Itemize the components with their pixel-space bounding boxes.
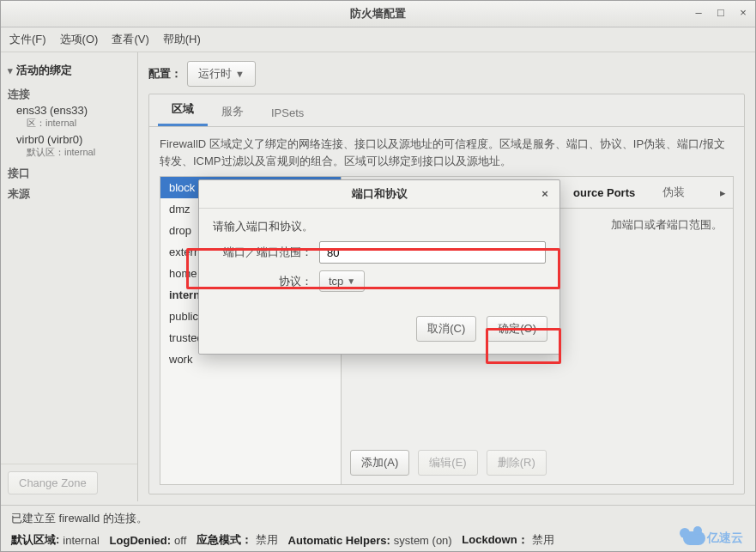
config-row: 配置： 运行时 ▼	[148, 61, 745, 87]
change-zone-button[interactable]: Change Zone	[8, 471, 98, 494]
menu-options[interactable]: 选项(O)	[60, 32, 99, 47]
annotation-ok-highlight	[486, 328, 561, 364]
section-connections: 连接	[6, 82, 132, 102]
tab-zones[interactable]: 区域	[158, 94, 208, 126]
minimize-icon[interactable]: –	[692, 5, 705, 19]
watermark-text: 亿速云	[707, 531, 743, 546]
conn-zone: 默认区：internal	[16, 146, 132, 159]
menubar: 文件(F) 选项(O) 查看(V) 帮助(H)	[1, 27, 755, 52]
chevron-down-icon: ▼	[235, 69, 245, 79]
status-line1: 已建立至 firewalld 的连接。	[11, 511, 745, 526]
dialog-hint: 请输入端口和协议。	[213, 219, 546, 234]
conn-zone: 区：internal	[16, 117, 132, 130]
dialog-close-icon[interactable]: ×	[537, 185, 553, 201]
sidebar-bottom: Change Zone	[1, 464, 137, 501]
menu-help[interactable]: 帮助(H)	[163, 32, 201, 47]
status-logdenied-label: LogDenied:	[110, 534, 172, 547]
status-line2: 默认区域: internal LogDenied: off 应急模式： 禁用 A…	[11, 532, 745, 548]
detail-tab-masq[interactable]: 伪装	[649, 185, 699, 200]
sidebar-item-virbr0[interactable]: virbr0 (virbr0) 默认区：internal	[6, 131, 132, 161]
status-panic-label: 应急模式：	[197, 532, 252, 548]
sidebar: ▾ 活动的绑定 连接 ens33 (ens33) 区：internal virb…	[1, 52, 138, 501]
sidebar-top: ▾ 活动的绑定 连接 ens33 (ens33) 区：internal virb…	[1, 52, 137, 464]
section-interfaces: 接口	[6, 161, 132, 181]
status-autohelpers-value: system (on)	[394, 534, 452, 547]
menu-view[interactable]: 查看(V)	[112, 32, 148, 47]
section-sources: 来源	[6, 181, 132, 202]
cancel-button[interactable]: 取消(C)	[416, 316, 476, 342]
dialog-titlebar: 端口和协议 ×	[199, 180, 559, 209]
firewall-config-window: 防火墙配置 – □ × 文件(F) 选项(O) 查看(V) 帮助(H) ▾ 活动…	[0, 0, 756, 552]
zone-description: FirewallD 区域定义了绑定的网络连接、接口以及源地址的可信程度。区域是服…	[160, 136, 734, 169]
status-lockdown-label: Lockdown：	[462, 532, 528, 548]
status-bar: 已建立至 firewalld 的连接。 默认区域: internal LogDe…	[1, 505, 755, 551]
close-icon[interactable]: ×	[736, 5, 750, 19]
window-title: 防火墙配置	[350, 6, 406, 21]
tab-row: 区域 服务 IPSets	[149, 94, 744, 127]
status-panic-value: 禁用	[256, 532, 278, 548]
tab-services[interactable]: 服务	[208, 97, 257, 126]
conn-name: ens33 (ens33)	[16, 104, 132, 117]
watermark-logo: 亿速云	[683, 531, 743, 546]
status-autohelpers-label: Automatic Helpers:	[288, 534, 390, 547]
config-value: 运行时	[198, 66, 232, 82]
status-defaultzone-value: internal	[63, 534, 100, 547]
edit-button[interactable]: 编辑(E)	[418, 450, 477, 476]
cloud-icon	[683, 531, 705, 545]
detail-tabs-scroll-right-icon[interactable]: ▸	[713, 186, 733, 199]
menu-file[interactable]: 文件(F)	[9, 32, 46, 47]
dialog-title: 端口和协议	[352, 186, 408, 202]
titlebar: 防火墙配置 – □ ×	[1, 1, 755, 27]
chevron-down-icon: ▾	[8, 65, 13, 76]
tab-ipsets[interactable]: IPSets	[257, 100, 318, 126]
window-controls: – □ ×	[692, 5, 750, 19]
maximize-icon[interactable]: □	[714, 5, 728, 19]
delete-button[interactable]: 删除(R)	[487, 450, 547, 476]
annotation-port-highlight	[186, 248, 560, 289]
sidebar-heading-label: 活动的绑定	[16, 63, 72, 78]
sidebar-item-ens33[interactable]: ens33 (ens33) 区：internal	[6, 102, 132, 131]
status-logdenied-value: off	[174, 534, 186, 547]
conn-name: virbr0 (virbr0)	[16, 133, 132, 146]
config-select[interactable]: 运行时 ▼	[187, 61, 256, 87]
detail-actions: 添加(A) 编辑(E) 删除(R)	[342, 441, 733, 484]
add-button[interactable]: 添加(A)	[350, 450, 409, 476]
config-label: 配置：	[148, 66, 182, 82]
status-defaultzone-label: 默认区域:	[11, 532, 59, 548]
sidebar-heading[interactable]: ▾ 活动的绑定	[6, 59, 132, 82]
status-lockdown-value: 禁用	[532, 532, 554, 548]
